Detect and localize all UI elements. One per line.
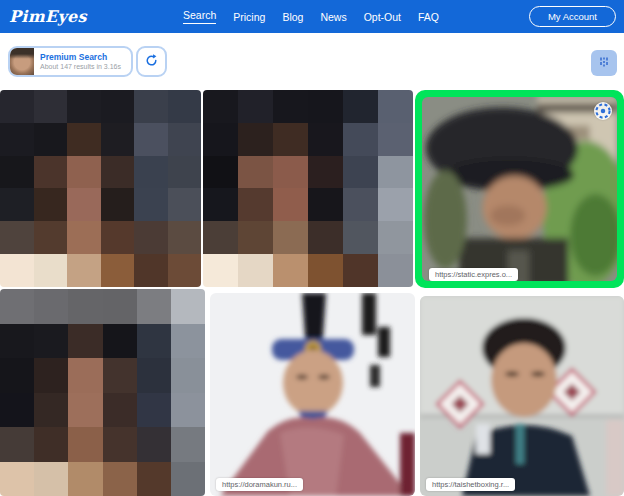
pixelated-face-image xyxy=(0,289,205,496)
search-toolbar: Premium Search About 147 results in 3.16… xyxy=(0,33,624,90)
search-title: Premium Search xyxy=(40,52,121,62)
nav-links: Search Pricing Blog News Opt-Out FAQ xyxy=(183,0,439,33)
refresh-icon xyxy=(144,53,159,71)
pimeyes-logo[interactable]: PimEyes xyxy=(9,7,87,26)
result-tile-pixelated-2[interactable] xyxy=(203,90,413,287)
navbar: PimEyes Search Pricing Blog News Opt-Out… xyxy=(0,0,624,33)
nav-item-search[interactable]: Search xyxy=(183,9,216,24)
search-result-stats: About 147 results in 3.16s xyxy=(40,62,121,71)
result-tile-pixelated-1[interactable] xyxy=(0,90,201,287)
filter-sliders-icon xyxy=(598,56,610,71)
costume-man-photo: https://doramakun.ru... xyxy=(210,293,415,496)
query-face-thumbnail xyxy=(10,48,34,75)
result-tile-highlighted[interactable]: https://static.expres.o... xyxy=(415,90,624,288)
filter-results-button[interactable] xyxy=(591,50,617,76)
pixelated-face-image xyxy=(0,90,201,287)
refresh-search-button[interactable] xyxy=(136,46,167,77)
premium-search-pill[interactable]: Premium Search About 147 results in 3.16… xyxy=(8,46,133,77)
nav-item-news[interactable]: News xyxy=(320,11,346,23)
man-in-hat-photo: https://static.expres.o... xyxy=(422,97,617,281)
result-tile-young-man[interactable]: https://taishetboxing.r... xyxy=(420,296,624,496)
animated-source-badge-icon[interactable] xyxy=(594,102,612,120)
nav-item-faq[interactable]: FAQ xyxy=(418,11,439,23)
result-tile-pixelated-3[interactable] xyxy=(0,289,205,496)
result-url-caption: https://doramakun.ru... xyxy=(216,478,303,491)
nav-item-pricing[interactable]: Pricing xyxy=(233,11,265,23)
result-url-caption: https://taishetboxing.r... xyxy=(426,478,515,491)
search-pill-text: Premium Search About 147 results in 3.16… xyxy=(40,52,121,71)
pixelated-face-image xyxy=(203,90,413,287)
result-url-caption: https://static.expres.o... xyxy=(429,268,518,281)
my-account-button[interactable]: My Account xyxy=(529,6,616,27)
young-man-photo: https://taishetboxing.r... xyxy=(420,296,624,496)
nav-item-blog[interactable]: Blog xyxy=(282,11,303,23)
result-tile-costume-man[interactable]: https://doramakun.ru... xyxy=(210,293,415,496)
nav-item-opt-out[interactable]: Opt-Out xyxy=(364,11,401,23)
results-grid: https://static.expres.o... xyxy=(0,90,624,496)
pimeyes-results-page: PimEyes Search Pricing Blog News Opt-Out… xyxy=(0,0,624,496)
